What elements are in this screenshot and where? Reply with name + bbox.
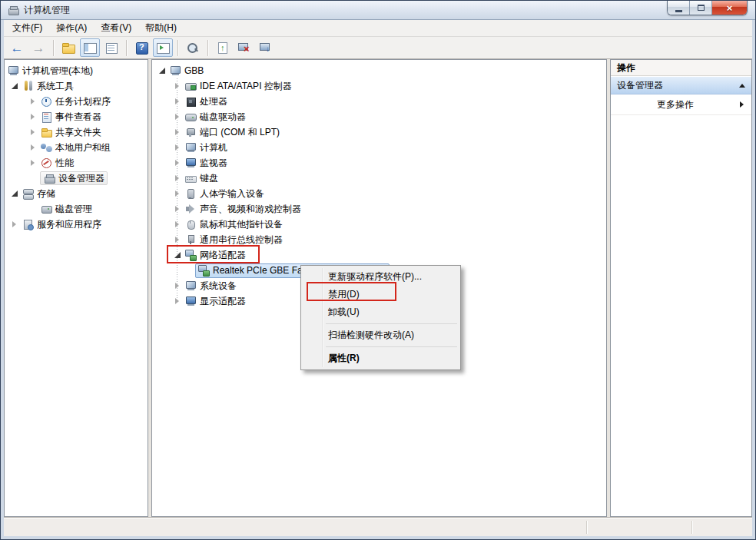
context-menu-item-update-driver[interactable]: 更新驱动程序软件(P)... [303,268,459,286]
scan-hardware-changes-button[interactable] [256,38,276,57]
tree-item-gbb[interactable]: GBB [152,63,606,78]
tree-item-ports[interactable]: 端口 (COM 和 LPT) [152,124,606,140]
tree-item-disk-drives[interactable]: 磁盘驱动器 [152,109,606,124]
tree-item-label[interactable]: 服务和应用程序 [37,218,101,231]
collapsed-arrow-icon[interactable] [174,205,181,213]
collapsed-arrow-icon[interactable] [174,220,181,228]
tree-item-event-viewer[interactable]: 事件查看器 [5,109,148,124]
forward-button[interactable]: → [28,38,48,57]
tree-item-label[interactable]: 存储 [37,187,55,200]
tree-item-label[interactable]: 通用串行总线控制器 [200,234,283,247]
help-button[interactable] [131,38,151,57]
tree-item-label[interactable]: IDE ATA/ATAPI 控制器 [200,80,292,93]
collapsed-arrow-icon[interactable] [11,220,18,228]
context-menu-item-properties[interactable]: 属性(R) [303,350,459,367]
tree-item-label[interactable]: 共享文件夹 [55,126,101,139]
expanded-arrow-icon[interactable] [11,82,18,90]
tree-item-hid-devices[interactable]: 人体学输入设备 [152,186,606,201]
menu-file[interactable]: 文件(F) [5,19,49,37]
tree-item-label[interactable]: 系统工具 [37,80,74,93]
tree-item-label[interactable]: 计算机 [200,141,227,154]
properties-button[interactable] [101,38,121,57]
tree-item-label[interactable]: 监视器 [200,157,227,170]
menu-view[interactable]: 查看(V) [94,19,138,37]
collapse-section-icon[interactable] [739,84,745,88]
context-menu-item-disable[interactable]: 禁用(D) [303,286,459,303]
expanded-arrow-icon[interactable] [158,67,166,75]
tree-item-network-adapters[interactable]: 网络适配器 [152,247,606,263]
menu-action[interactable]: 操作(A) [49,19,94,37]
menu-help[interactable]: 帮助(H) [138,19,184,37]
actions-section-device-manager[interactable]: 设备管理器 [611,76,751,94]
collapsed-arrow-icon[interactable] [174,128,181,136]
tree-item-local-users-groups[interactable]: 本地用户和组 [5,140,148,155]
tree-item-label[interactable]: 系统设备 [200,280,237,293]
export-list-button[interactable] [58,38,78,57]
collapsed-arrow-icon[interactable] [174,98,181,105]
collapsed-arrow-icon[interactable] [29,128,37,136]
tree-item-sound-controllers[interactable]: 声音、视频和游戏控制器 [152,201,606,217]
tree-item-services-applications[interactable]: 服务和应用程序 [5,217,148,232]
collapsed-arrow-icon[interactable] [174,113,181,121]
tree-item-usb-controllers[interactable]: 通用串行总线控制器 [152,232,606,247]
tree-item-computer-management[interactable]: 计算机管理(本地) [5,63,148,78]
tree-item-mice[interactable]: 鼠标和其他指针设备 [152,217,606,232]
collapsed-arrow-icon[interactable] [174,190,181,197]
collapsed-arrow-icon[interactable] [29,159,37,167]
tree-item-storage[interactable]: 存储 [5,186,148,201]
tree-item-label[interactable]: 事件查看器 [55,111,101,124]
tree-item-performance[interactable]: 性能 [5,155,148,171]
collapsed-arrow-icon[interactable] [174,282,181,290]
collapsed-arrow-icon[interactable] [29,144,37,151]
collapsed-arrow-icon[interactable] [174,144,181,151]
tree-item-label[interactable]: 计算机管理(本地) [22,65,93,78]
tree-item-task-scheduler[interactable]: 任务计划程序 [5,94,148,109]
tree-item-label[interactable]: 键盘 [200,172,218,185]
action-pane-toggle-button[interactable] [153,38,173,57]
tree-item-label[interactable]: GBB [184,65,204,76]
collapsed-arrow-icon[interactable] [29,113,37,121]
tree-item-device-manager[interactable]: 设备管理器 [5,171,148,186]
context-menu-item-uninstall[interactable]: 卸载(U) [303,303,459,321]
tree-item-label[interactable]: 网络适配器 [200,249,246,262]
update-driver-button[interactable] [213,38,233,57]
tree-item-label[interactable]: 鼠标和其他指针设备 [200,218,283,231]
tree-item-label[interactable]: 处理器 [200,95,227,108]
tree-item-label[interactable]: 本地用户和组 [55,141,111,154]
scan-button[interactable] [183,38,203,57]
minimize-button[interactable] [668,1,690,15]
tree-item-monitors[interactable]: 监视器 [152,155,606,171]
collapsed-arrow-icon[interactable] [174,82,181,90]
console-tree-toggle-button[interactable] [80,38,100,57]
selected-tree-item[interactable]: 设备管理器 [40,171,108,185]
tree-item-shared-folders[interactable]: 共享文件夹 [5,124,148,140]
tree-item-label[interactable]: 性能 [55,157,74,170]
tree-item-system-tools[interactable]: 系统工具 [5,78,148,94]
title-bar[interactable]: 计算机管理 × [1,1,755,20]
tree-item-label[interactable]: 设备管理器 [58,172,104,185]
more-actions-item[interactable]: 更多操作 [611,94,751,115]
tree-item-keyboards[interactable]: 键盘 [152,171,606,186]
tree-item-label[interactable]: 端口 (COM 和 LPT) [200,126,280,139]
collapsed-arrow-icon[interactable] [174,174,181,182]
collapsed-arrow-icon[interactable] [174,159,181,167]
tree-item-label[interactable]: 磁盘驱动器 [200,111,246,124]
tree-item-computer[interactable]: 计算机 [152,140,606,155]
collapsed-arrow-icon[interactable] [174,297,181,305]
tree-item-disk-management[interactable]: 磁盘管理 [5,201,148,217]
expanded-arrow-icon[interactable] [174,251,181,259]
tree-item-label[interactable]: 声音、视频和游戏控制器 [200,203,301,216]
tree-item-ide-controllers[interactable]: IDE ATA/ATAPI 控制器 [152,78,606,94]
back-button[interactable]: ← [7,38,27,57]
disable-device-button[interactable] [234,38,254,57]
close-button[interactable]: × [712,1,747,15]
tree-item-label[interactable]: 任务计划程序 [55,95,111,108]
context-menu-item-scan-hardware[interactable]: 扫描检测硬件改动(A) [303,326,459,344]
expanded-arrow-icon[interactable] [11,190,18,197]
collapsed-arrow-icon[interactable] [29,98,37,105]
tree-item-label[interactable]: 显示适配器 [200,295,246,308]
tree-item-label[interactable]: 人体学输入设备 [200,187,264,200]
collapsed-arrow-icon[interactable] [174,236,181,243]
maximize-button[interactable] [690,1,712,15]
tree-item-processors[interactable]: 处理器 [152,94,606,109]
